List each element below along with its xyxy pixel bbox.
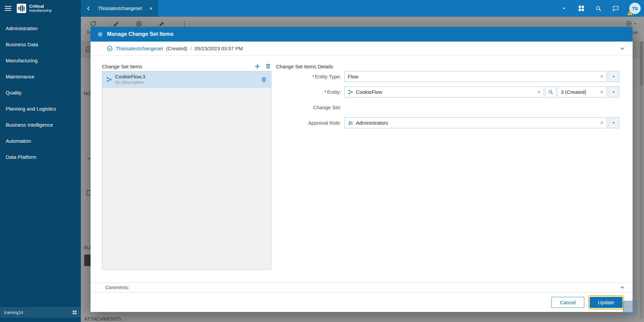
brand-subname: manufacturing bbox=[29, 9, 52, 13]
sidebar-footer: training14 bbox=[0, 307, 81, 318]
topbar-actions: TS ! bbox=[561, 3, 644, 14]
sidebar-item-data-platform[interactable]: Data Platform bbox=[0, 149, 81, 165]
sidebar-item-business-intelligence[interactable]: Business Intelligence bbox=[0, 117, 81, 133]
dialog-header: Manage Change Set Items bbox=[91, 27, 633, 42]
change-set-link[interactable]: Thisisatestchangeset bbox=[116, 46, 163, 51]
approval-role-dropdown-button[interactable] bbox=[608, 117, 619, 128]
apps-grid-icon[interactable] bbox=[72, 310, 77, 315]
add-item-button[interactable]: + bbox=[255, 62, 260, 70]
entity-version-field[interactable]: 3 (Created) × bbox=[557, 86, 607, 98]
app-root: Critical manufacturing Administration Bu… bbox=[0, 0, 644, 322]
topbar: Thisisatestchangeset × TS ! bbox=[81, 0, 644, 17]
items-list: CookieFlow.3 No Description bbox=[102, 71, 271, 270]
tab-title: Thisisatestchangeset bbox=[94, 6, 146, 11]
remove-item-button[interactable] bbox=[261, 76, 267, 83]
entity-type-label: *Entity Type: bbox=[276, 74, 344, 79]
entity-field[interactable]: CookieFlow × bbox=[344, 86, 544, 98]
apps-menu-icon[interactable] bbox=[578, 5, 585, 12]
change-set-field-row: Change Set: bbox=[276, 102, 619, 113]
change-set-items-panel: Change Set Items + bbox=[102, 62, 271, 282]
sidebar-header: Critical manufacturing bbox=[0, 0, 81, 17]
dialog-footer: Cancel Update bbox=[91, 293, 633, 312]
entity-type-dropdown-button[interactable] bbox=[608, 71, 619, 82]
items-panel-title: Change Set Items bbox=[102, 64, 142, 69]
people-icon bbox=[348, 120, 353, 126]
approval-role-field-row: Approval Role: Administrators × bbox=[276, 117, 619, 128]
avatar-initials: TS bbox=[632, 6, 638, 11]
comments-section[interactable]: Comments: bbox=[91, 282, 633, 293]
approval-role-field[interactable]: Administrators × bbox=[344, 117, 607, 128]
comments-label: Comments: bbox=[105, 285, 129, 290]
sidebar: Critical manufacturing Administration Bu… bbox=[0, 0, 81, 322]
collapse-comments-icon[interactable] bbox=[620, 285, 625, 291]
entity-version-value: 3 (Created) bbox=[561, 89, 597, 95]
delete-item-button[interactable] bbox=[265, 63, 271, 69]
tab-close-icon[interactable]: × bbox=[148, 5, 154, 12]
touch-cursor bbox=[623, 301, 637, 315]
flow-icon bbox=[348, 89, 353, 95]
entity-lookup-button[interactable] bbox=[545, 86, 556, 98]
change-set-state: (Created) bbox=[166, 46, 187, 51]
change-set-label: Change Set: bbox=[276, 105, 344, 110]
approval-role-value: Administrators bbox=[356, 120, 597, 126]
sidebar-item-quality[interactable]: Quality bbox=[0, 84, 81, 101]
item-name: CookieFlow.3 bbox=[115, 74, 258, 80]
entity-type-field[interactable]: Flow × bbox=[344, 71, 607, 82]
cancel-button[interactable]: Cancel bbox=[551, 297, 584, 308]
collapse-summary-icon[interactable] bbox=[620, 46, 625, 51]
user-avatar[interactable]: TS ! bbox=[629, 3, 641, 14]
manage-change-set-items-dialog: Manage Change Set Items Thisisatestchang… bbox=[91, 27, 633, 312]
approval-role-label: Approval Role: bbox=[276, 120, 344, 126]
chat-icon[interactable] bbox=[612, 5, 619, 12]
required-marker: * bbox=[312, 74, 314, 79]
entity-field-row: *Entity: CookieFlow × bbox=[276, 86, 619, 98]
main-area: Thisisatestchangeset × TS ! bbox=[81, 0, 644, 322]
required-marker: * bbox=[324, 89, 326, 95]
sidebar-item-business-data[interactable]: Business Data bbox=[0, 36, 81, 52]
entity-type-value: Flow bbox=[348, 74, 597, 79]
separator: / bbox=[190, 46, 192, 51]
change-set-timestamp: 05/23/2023 03:57 PM bbox=[195, 46, 243, 51]
brand-logo: Critical manufacturing bbox=[17, 4, 52, 13]
current-user-label: training14 bbox=[4, 310, 23, 315]
tab-thisisatestchangeset[interactable]: Thisisatestchangeset × bbox=[81, 0, 158, 17]
brand-text: Critical manufacturing bbox=[29, 4, 52, 13]
items-panel-header: Change Set Items + bbox=[102, 62, 271, 71]
sidebar-item-maintenance[interactable]: Maintenance bbox=[0, 68, 81, 84]
flow-icon bbox=[106, 77, 112, 82]
chevron-down-icon[interactable] bbox=[561, 5, 568, 12]
sidebar-item-planning-and-logistics[interactable]: Planning and Logistics bbox=[0, 101, 81, 117]
tab-back-icon[interactable] bbox=[85, 5, 92, 12]
warning-badge-icon: ! bbox=[627, 10, 633, 15]
change-set-summary-bar: Thisisatestchangeset (Created) / 05/23/2… bbox=[91, 42, 633, 56]
list-item-cookieflow[interactable]: CookieFlow.3 No Description bbox=[102, 71, 271, 88]
brand-logo-icon bbox=[17, 4, 26, 13]
sidebar-item-administration[interactable]: Administration bbox=[0, 20, 81, 36]
entity-version-dropdown-button[interactable] bbox=[608, 86, 619, 98]
check-circle-icon bbox=[107, 46, 113, 52]
clear-entity-version-icon[interactable]: × bbox=[600, 89, 603, 95]
menu-toggle-button[interactable] bbox=[5, 6, 11, 11]
update-button[interactable]: Update bbox=[590, 297, 623, 308]
brand-name: Critical bbox=[29, 4, 52, 9]
entity-label: *Entity: bbox=[276, 89, 344, 95]
details-panel-title: Change Set Items Details bbox=[276, 62, 619, 71]
sidebar-nav: Administration Business Data Manufacturi… bbox=[0, 17, 81, 165]
dialog-body: Change Set Items + bbox=[91, 56, 633, 282]
manage-icon bbox=[97, 31, 103, 38]
dialog-title: Manage Change Set Items bbox=[107, 31, 173, 37]
search-icon[interactable] bbox=[595, 5, 602, 12]
clear-entity-type-icon[interactable]: × bbox=[600, 74, 603, 79]
entity-value: CookieFlow bbox=[356, 89, 535, 95]
clear-entity-icon[interactable]: × bbox=[537, 89, 541, 95]
entity-type-field-row: *Entity Type: Flow × bbox=[276, 71, 619, 82]
change-set-item-details-panel: Change Set Items Details *Entity Type: F… bbox=[276, 62, 619, 282]
content-area: ⋮ Re ws NO SU ATTACHMENTS bbox=[81, 17, 644, 322]
sidebar-item-automation[interactable]: Automation bbox=[0, 133, 81, 149]
clear-approval-role-icon[interactable]: × bbox=[600, 120, 603, 126]
item-description: No Description bbox=[115, 80, 258, 85]
sidebar-item-manufacturing[interactable]: Manufacturing bbox=[0, 52, 81, 68]
